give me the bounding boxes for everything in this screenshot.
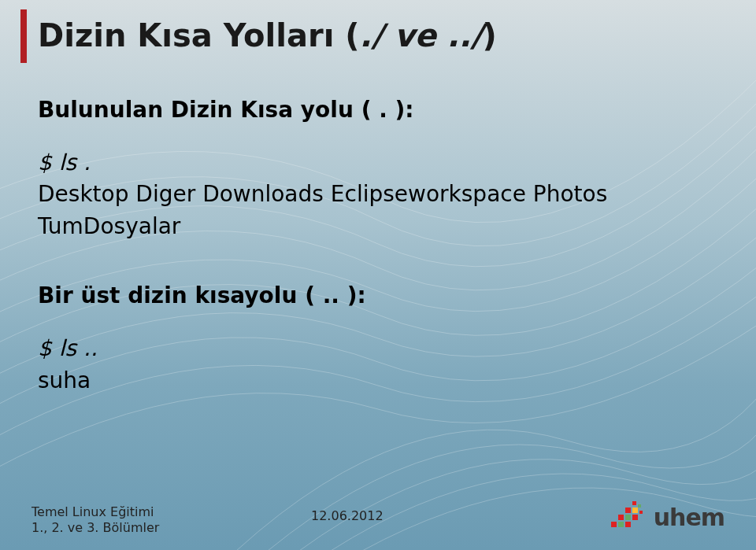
svg-rect-6 [625, 508, 631, 513]
section1-command: $ ls . [38, 147, 709, 179]
section2-command: $ ls .. [38, 333, 709, 365]
footer-left: Temel Linux Eğitimi 1., 2. ve 3. Bölümle… [32, 504, 159, 536]
logo-mark-icon [611, 501, 646, 533]
title-text-plain: Dizin Kısa Yolları ( [38, 17, 360, 54]
section1-output-line1: Desktop Diger Downloads Eclipseworkspace… [38, 179, 709, 211]
svg-rect-9 [638, 504, 641, 508]
title-text-italic: ./ ve ../ [360, 17, 483, 54]
svg-rect-4 [625, 515, 631, 520]
slide-title: Dizin Kısa Yolları (./ ve ../) [38, 17, 497, 54]
svg-rect-10 [639, 511, 643, 514]
svg-rect-5 [632, 515, 638, 520]
logo-text: uhem [654, 504, 724, 531]
svg-rect-2 [625, 522, 631, 527]
logo: uhem [611, 501, 724, 533]
svg-rect-8 [632, 501, 636, 505]
section1-output-line2: TumDosyalar [38, 211, 709, 243]
section2-heading: Bir üst dizin kısayolu ( .. ): [38, 280, 709, 312]
footer-date: 12.06.2012 [311, 508, 384, 523]
section2-output: suha [38, 365, 709, 397]
slide-content: Bulunulan Dizin Kısa yolu ( . ): $ ls . … [38, 94, 709, 397]
title-text-end: ) [482, 17, 496, 54]
slide: Dizin Kısa Yolları (./ ve ../) Bulunulan… [0, 0, 756, 550]
svg-rect-3 [618, 515, 624, 520]
footer-line1: Temel Linux Eğitimi [32, 504, 159, 520]
footer-line2: 1., 2. ve 3. Bölümler [32, 520, 159, 536]
svg-rect-7 [632, 508, 638, 513]
svg-rect-1 [618, 522, 624, 527]
title-accent-bar [20, 9, 27, 63]
section1-heading: Bulunulan Dizin Kısa yolu ( . ): [38, 94, 709, 127]
svg-rect-0 [611, 522, 617, 527]
